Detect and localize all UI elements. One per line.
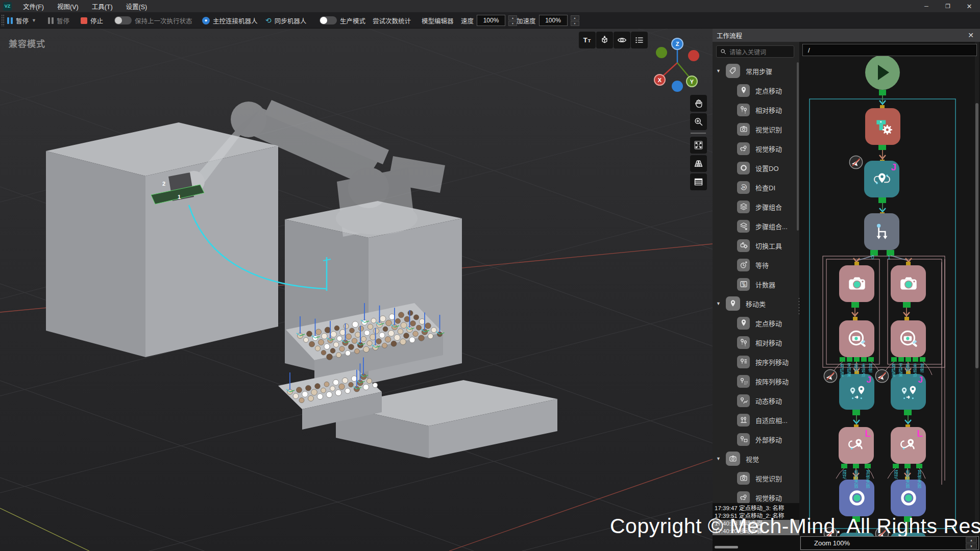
step-item-label: 计数器 — [755, 280, 775, 289]
check-vision-node[interactable] — [839, 320, 874, 357]
pan-button[interactable] — [690, 95, 707, 112]
step-item[interactable]: 步骤组合... — [713, 216, 799, 236]
fixed-move-node[interactable]: J — [864, 161, 899, 197]
menu-item-0[interactable]: 文件(F) — [18, 0, 49, 13]
orientation-gizmo[interactable]: Z X Y — [649, 36, 706, 93]
step-item[interactable]: 视觉移动 — [713, 139, 799, 158]
stop-button[interactable]: 停止 — [81, 12, 103, 29]
axis-x-ball[interactable]: X — [654, 74, 666, 86]
axis-y-ball[interactable]: Y — [686, 76, 698, 87]
step-item[interactable]: 计数器 — [713, 274, 799, 294]
speed-down-button[interactable]: ▼ — [508, 21, 517, 26]
log-entry: 17:40:20 移动步骤: — [713, 528, 799, 535]
production-mode-toggle[interactable]: 生产模式 — [320, 12, 365, 29]
vision-recognize-node[interactable] — [839, 265, 874, 302]
toggle-off-icon[interactable] — [114, 16, 132, 24]
set-tool-node[interactable] — [865, 108, 900, 145]
collapse-caret-icon[interactable]: ▼ — [716, 68, 721, 73]
speed-up-button[interactable]: ▲ — [508, 15, 517, 20]
step-group-1[interactable]: ▼移动类 — [713, 294, 799, 313]
relative-move-node[interactable]: J — [839, 374, 874, 410]
keep-state-toggle[interactable]: 保持上一次执行状态 — [114, 12, 192, 29]
check-vision-node[interactable] — [891, 320, 926, 357]
no-fly-icon — [823, 369, 838, 383]
frame-display-button[interactable] — [596, 32, 613, 48]
speed-value-input[interactable]: 100% — [477, 15, 505, 26]
camera-icon — [739, 473, 748, 483]
menu-item-3[interactable]: 设置(S) — [121, 0, 153, 13]
zoom-in-button[interactable]: ▲ — [966, 537, 977, 543]
pause-button[interactable]: 暂停 ▼ — [7, 12, 36, 29]
model-editor-button[interactable]: 模型编辑器 — [422, 12, 454, 29]
chevron-down-icon[interactable]: ▼ — [32, 18, 36, 23]
display-list-button[interactable] — [631, 32, 648, 48]
step-item[interactable]: 视觉识别 — [713, 119, 799, 139]
close-panel-button[interactable]: ✕ — [966, 31, 976, 39]
ground-grid-button[interactable] — [690, 155, 707, 172]
flow-breadcrumb[interactable]: / — [802, 44, 977, 56]
close-window-button[interactable]: ✕ — [959, 0, 980, 12]
toolbar-grip[interactable] — [1, 14, 5, 27]
3d-scene[interactable] — [0, 29, 713, 551]
fit-view-button[interactable] — [690, 137, 707, 154]
step-item[interactable]: 自适应相... — [713, 410, 799, 430]
collapse-caret-icon[interactable]: ▼ — [716, 456, 721, 461]
toggle-off-icon[interactable] — [320, 16, 337, 24]
pin-list-icon — [739, 357, 748, 366]
flowchart-panel[interactable]: / — [799, 42, 980, 551]
flow-scrollbar[interactable] — [975, 103, 978, 368]
vision-move-node[interactable]: L — [891, 427, 926, 464]
step-item-label: 按序列移动 — [755, 357, 789, 367]
text-display-button[interactable] — [579, 32, 596, 48]
log-scrollbar[interactable] — [715, 546, 738, 548]
vision-recognize-node[interactable] — [891, 265, 926, 302]
step-item[interactable]: 相对移动 — [713, 333, 799, 352]
visibility-button[interactable] — [614, 32, 630, 48]
camera-check-icon — [846, 328, 868, 349]
zoom-out-button[interactable]: ▼ — [966, 543, 977, 549]
master-connect-button[interactable]: ● 主控连接机器人 — [202, 12, 258, 29]
camera-check-icon — [898, 328, 919, 349]
zoom-in-button[interactable] — [690, 113, 707, 130]
axis-neg-y-ball[interactable] — [656, 47, 667, 58]
maximize-button[interactable]: ❐ — [937, 0, 959, 12]
pause-secondary-button[interactable]: 暂停 — [48, 12, 69, 29]
axis-neg-z-ball[interactable] — [672, 81, 683, 92]
step-item[interactable]: 步骤组合 — [713, 197, 799, 216]
step-item[interactable]: 等待 — [713, 255, 799, 274]
relative-move-node[interactable]: J — [891, 374, 926, 410]
start-node[interactable] — [865, 55, 900, 90]
step-item[interactable]: 外部移动 — [713, 430, 799, 449]
step-item[interactable]: 按阵列移动 — [713, 371, 799, 391]
step-item-label: 定点移动 — [755, 318, 782, 328]
step-list-scrollbar[interactable] — [797, 62, 799, 231]
menu-item-1[interactable]: 视图(V) — [52, 0, 84, 13]
accel-down-button[interactable]: ▼ — [571, 21, 579, 26]
step-group-0[interactable]: ▼常用步骤 — [713, 61, 799, 81]
attempt-stats-button[interactable]: 尝试次数统计 — [373, 12, 411, 29]
accel-up-button[interactable]: ▲ — [571, 15, 579, 20]
step-item[interactable]: 视觉识别 — [713, 468, 799, 488]
accel-value-input[interactable]: 100% — [539, 15, 568, 26]
vision-move-node[interactable]: L — [839, 427, 874, 464]
step-item[interactable]: 定点移动 — [713, 313, 799, 333]
branch-node[interactable] — [864, 213, 899, 250]
step-item[interactable]: 相对移动 — [713, 100, 799, 119]
step-group-2[interactable]: ▼视觉 — [713, 449, 799, 468]
step-item[interactable]: 动态移动 — [713, 391, 799, 410]
collapse-caret-icon[interactable]: ▼ — [716, 301, 721, 306]
3d-viewport[interactable]: 兼容模式 Z X Y 2 1 ? — [0, 29, 713, 551]
minimize-button[interactable]: ─ — [916, 0, 937, 12]
step-item[interactable]: 设置DO — [713, 158, 799, 178]
menu-item-2[interactable]: 工具(T) — [87, 0, 118, 13]
axis-z-ball[interactable]: Z — [671, 38, 683, 50]
step-item[interactable]: 定点移动 — [713, 81, 799, 100]
step-search-input[interactable]: 请输入关键词 — [716, 45, 794, 58]
step-item[interactable]: 按序列移动 — [713, 352, 799, 371]
step-item[interactable]: 检查DI — [713, 178, 799, 197]
scene-list-button[interactable] — [690, 173, 707, 190]
move-type-badge: L — [917, 429, 923, 438]
step-item[interactable]: 切换工具 — [713, 236, 799, 255]
axis-neg-x-ball[interactable] — [688, 50, 699, 61]
sync-robot-button[interactable]: ⟲ 同步机器人 — [265, 12, 306, 29]
